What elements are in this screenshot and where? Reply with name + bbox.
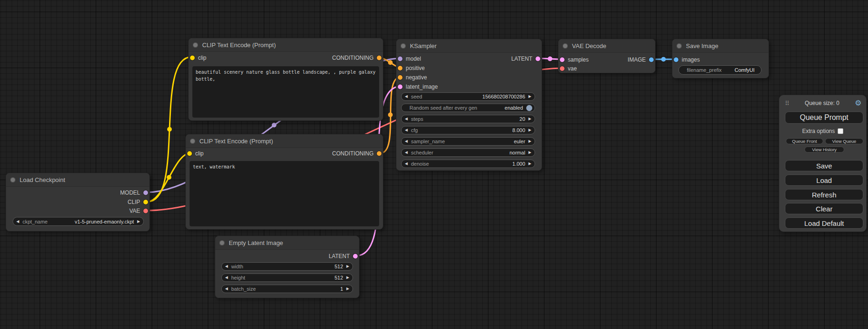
prompt-textarea[interactable]: beautiful scenery nature glass bottle la…	[192, 66, 379, 118]
port-row: clip CONDITIONING	[186, 149, 383, 158]
port-dot-negative-in[interactable]	[398, 75, 402, 80]
port-dot-conditioning-out[interactable]	[377, 151, 381, 156]
port-dot-conditioning-out[interactable]	[377, 56, 381, 60]
port-dot-clip-in[interactable]	[187, 151, 192, 156]
arrow-right-icon[interactable]: ▶	[529, 95, 531, 98]
port-dot-vae-out[interactable]	[143, 209, 148, 213]
load-button[interactable]: Load	[785, 175, 863, 186]
widget-denoise[interactable]: ◀ denoise 1.000 ▶	[401, 160, 535, 168]
refresh-button[interactable]: Refresh	[785, 189, 863, 200]
node-clip-text-encode-negative[interactable]: CLIP Text Encode (Prompt) clip CONDITION…	[185, 134, 383, 230]
port-dot-clip-in[interactable]	[190, 56, 195, 60]
arrow-left-icon[interactable]: ◀	[225, 276, 228, 280]
arrow-left-icon[interactable]: ◀	[225, 265, 228, 268]
arrow-right-icon[interactable]: ▶	[346, 265, 349, 268]
arrow-right-icon[interactable]: ▶	[529, 128, 531, 132]
port-dot-latent-in[interactable]	[398, 84, 402, 89]
port-row-model: model LATENT	[396, 54, 542, 63]
port-dot-images-in[interactable]	[674, 57, 678, 62]
node-title: Save Image	[686, 42, 718, 49]
arrow-left-icon[interactable]: ◀	[405, 151, 408, 154]
arrow-left-icon[interactable]: ◀	[405, 162, 408, 166]
random-seed-toggle-icon[interactable]	[526, 105, 532, 111]
widget-cfg[interactable]: ◀ cfg 8.000 ▶	[401, 126, 535, 134]
collapse-dot-icon[interactable]	[193, 42, 198, 48]
port-row-negative: negative	[396, 73, 542, 82]
output-port-vae: VAE	[6, 206, 149, 216]
arrow-right-icon[interactable]: ▶	[346, 287, 349, 291]
node-title: CLIP Text Encode (Prompt)	[202, 42, 276, 49]
wire-image-midpoint	[661, 57, 666, 62]
load-default-button[interactable]: Load Default	[785, 217, 863, 229]
arrow-left-icon[interactable]: ◀	[405, 128, 408, 132]
widget-steps[interactable]: ◀ steps 20 ▶	[401, 115, 535, 123]
prompt-textarea[interactable]: text, watermark	[190, 161, 379, 226]
arrow-right-icon[interactable]: ▶	[137, 220, 140, 224]
view-history-button[interactable]: View History	[804, 147, 844, 153]
node-clip-text-encode-positive[interactable]: CLIP Text Encode (Prompt) clip CONDITION…	[188, 38, 383, 121]
widget-random-seed[interactable]: Random seed after every gen enabled	[401, 104, 535, 112]
wire-latent-out-midpoint	[548, 56, 552, 61]
arrow-right-icon[interactable]: ▶	[346, 276, 349, 280]
node-title: VAE Decode	[572, 42, 606, 49]
widget-scheduler[interactable]: ◀ scheduler normal ▶	[401, 148, 535, 157]
arrow-left-icon[interactable]: ◀	[225, 287, 228, 291]
widget-batch-size[interactable]: ◀ batch_size 1 ▶	[221, 285, 353, 293]
drag-handle-icon[interactable]: ⠿	[785, 100, 790, 107]
node-load-checkpoint[interactable]: Load Checkpoint MODEL CLIP VAE ◀ ckpt_na…	[6, 173, 150, 231]
collapse-dot-icon[interactable]	[219, 240, 225, 245]
widget-ckpt-name[interactable]: ◀ ckpt_name v1-5-pruned-emaonly.ckpt ▶	[13, 217, 144, 226]
arrow-left-icon[interactable]: ◀	[405, 140, 408, 143]
arrow-left-icon[interactable]: ◀	[16, 220, 19, 224]
node-title-bar[interactable]: Save Image	[672, 39, 769, 53]
extra-options-checkbox[interactable]	[838, 128, 843, 134]
collapse-dot-icon[interactable]	[10, 177, 15, 182]
port-row: clip CONDITIONING	[189, 53, 383, 63]
output-port-model: MODEL	[6, 188, 149, 197]
node-title-bar[interactable]: Load Checkpoint	[6, 173, 149, 187]
node-title-bar[interactable]: VAE Decode	[558, 39, 655, 53]
arrow-right-icon[interactable]: ▶	[529, 140, 531, 143]
collapse-dot-icon[interactable]	[401, 43, 406, 49]
arrow-right-icon[interactable]: ▶	[529, 162, 531, 166]
gear-icon[interactable]: ⚙	[855, 99, 861, 107]
port-row-positive: positive	[396, 63, 542, 73]
port-dot-image-out[interactable]	[649, 57, 654, 62]
widget-width[interactable]: ◀ width 512 ▶	[221, 262, 353, 271]
node-ksampler[interactable]: KSampler model LATENT positive negative …	[396, 39, 542, 171]
widget-sampler-name[interactable]: ◀ sampler_name euler ▶	[401, 137, 535, 146]
collapse-dot-icon[interactable]	[677, 43, 682, 49]
port-dot-clip-out[interactable]	[143, 200, 148, 204]
clear-button[interactable]: Clear	[785, 203, 863, 214]
node-graph-canvas[interactable]: Load Checkpoint MODEL CLIP VAE ◀ ckpt_na…	[0, 0, 868, 329]
queue-front-button[interactable]: Queue Front	[786, 138, 823, 144]
node-title-bar[interactable]: KSampler	[396, 39, 542, 53]
view-queue-button[interactable]: View Queue	[825, 138, 863, 144]
node-title-bar[interactable]: Empty Latent Image	[215, 236, 359, 250]
arrow-right-icon[interactable]: ▶	[529, 151, 531, 154]
port-row-images: images	[672, 55, 769, 64]
port-dot-latent-out[interactable]	[353, 254, 358, 259]
queue-prompt-button[interactable]: Queue Prompt	[785, 112, 863, 124]
save-button[interactable]: Save	[785, 160, 863, 171]
port-dot-model-in[interactable]	[398, 56, 402, 61]
arrow-right-icon[interactable]: ▶	[529, 117, 531, 121]
widget-seed[interactable]: ◀ seed 156680208700286 ▶	[401, 92, 535, 101]
node-save-image[interactable]: Save Image images filename_prefix ComfyU…	[672, 39, 769, 78]
port-dot-model-out[interactable]	[143, 190, 148, 195]
port-dot-vae-in[interactable]	[560, 66, 565, 71]
port-dot-positive-in[interactable]	[398, 66, 402, 70]
arrow-left-icon[interactable]: ◀	[405, 117, 408, 121]
node-title-bar[interactable]: CLIP Text Encode (Prompt)	[189, 38, 383, 52]
node-empty-latent-image[interactable]: Empty Latent Image LATENT ◀ width 512 ▶ …	[215, 236, 360, 298]
widget-filename-prefix[interactable]: filename_prefix ComfyUI	[678, 65, 762, 75]
arrow-left-icon[interactable]: ◀	[405, 95, 408, 98]
widget-height[interactable]: ◀ height 512 ▶	[221, 273, 353, 282]
port-dot-latent-out[interactable]	[536, 56, 540, 61]
collapse-dot-icon[interactable]	[190, 139, 195, 144]
wire-clip-negative-midpoint	[167, 175, 171, 180]
collapse-dot-icon[interactable]	[563, 43, 568, 49]
node-vae-decode[interactable]: VAE Decode samples IMAGE vae	[558, 39, 656, 73]
node-title-bar[interactable]: CLIP Text Encode (Prompt)	[186, 134, 383, 148]
port-dot-samples-in[interactable]	[560, 57, 565, 62]
